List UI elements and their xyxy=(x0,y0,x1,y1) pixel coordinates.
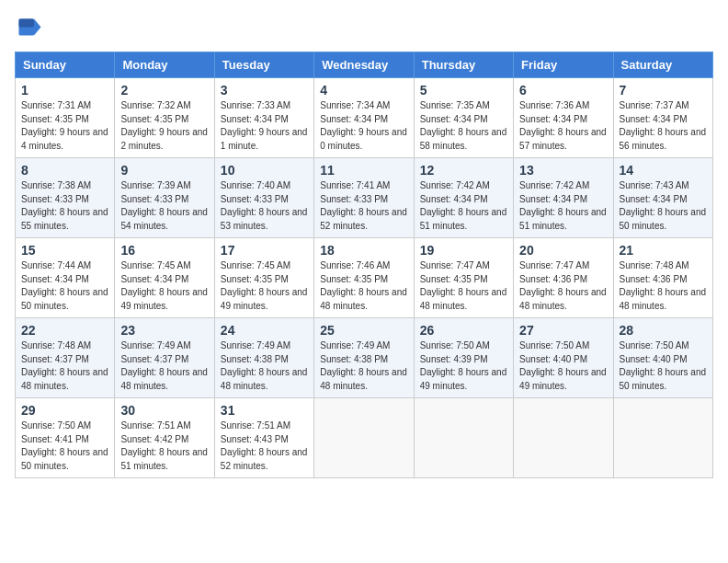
day-info: Sunrise: 7:43 AMSunset: 4:34 PMDaylight:… xyxy=(620,179,707,233)
day-number: 28 xyxy=(620,323,707,338)
calendar-cell: 11Sunrise: 7:41 AMSunset: 4:33 PMDayligh… xyxy=(314,158,414,238)
calendar-cell: 21Sunrise: 7:48 AMSunset: 4:36 PMDayligh… xyxy=(613,238,712,318)
calendar-cell: 10Sunrise: 7:40 AMSunset: 4:33 PMDayligh… xyxy=(214,158,313,238)
day-number: 27 xyxy=(519,323,607,338)
logo xyxy=(15,15,46,42)
day-info: Sunrise: 7:42 AMSunset: 4:34 PMDaylight:… xyxy=(519,179,607,233)
day-number: 5 xyxy=(420,83,507,98)
calendar-cell: 5Sunrise: 7:35 AMSunset: 4:34 PMDaylight… xyxy=(414,78,513,158)
calendar-cell xyxy=(414,398,513,478)
day-number: 29 xyxy=(21,403,108,418)
calendar-cell: 18Sunrise: 7:46 AMSunset: 4:35 PMDayligh… xyxy=(314,238,414,318)
calendar-cell xyxy=(613,398,712,478)
svg-rect-2 xyxy=(19,19,35,28)
calendar-cell: 20Sunrise: 7:47 AMSunset: 4:36 PMDayligh… xyxy=(514,238,613,318)
calendar-cell: 16Sunrise: 7:45 AMSunset: 4:34 PMDayligh… xyxy=(115,238,214,318)
day-info: Sunrise: 7:51 AMSunset: 4:43 PMDaylight:… xyxy=(221,419,308,473)
calendar-cell: 22Sunrise: 7:48 AMSunset: 4:37 PMDayligh… xyxy=(16,318,115,398)
day-info: Sunrise: 7:49 AMSunset: 4:37 PMDaylight:… xyxy=(120,339,208,393)
day-info: Sunrise: 7:50 AMSunset: 4:40 PMDaylight:… xyxy=(620,339,707,393)
weekday-header: Friday xyxy=(514,52,613,78)
day-number: 11 xyxy=(320,163,407,178)
day-info: Sunrise: 7:41 AMSunset: 4:33 PMDaylight:… xyxy=(320,179,407,233)
calendar-cell: 30Sunrise: 7:51 AMSunset: 4:42 PMDayligh… xyxy=(115,398,214,478)
day-number: 25 xyxy=(320,323,407,338)
weekday-header: Saturday xyxy=(613,52,712,78)
day-info: Sunrise: 7:51 AMSunset: 4:42 PMDaylight:… xyxy=(120,419,208,473)
day-number: 13 xyxy=(519,163,607,178)
calendar-week-row: 15Sunrise: 7:44 AMSunset: 4:34 PMDayligh… xyxy=(16,238,713,318)
calendar-cell: 9Sunrise: 7:39 AMSunset: 4:33 PMDaylight… xyxy=(115,158,214,238)
calendar-cell: 26Sunrise: 7:50 AMSunset: 4:39 PMDayligh… xyxy=(414,318,513,398)
calendar-week-row: 1Sunrise: 7:31 AMSunset: 4:35 PMDaylight… xyxy=(16,78,713,158)
calendar-cell: 17Sunrise: 7:45 AMSunset: 4:35 PMDayligh… xyxy=(214,238,313,318)
day-info: Sunrise: 7:40 AMSunset: 4:33 PMDaylight:… xyxy=(221,179,308,233)
day-info: Sunrise: 7:42 AMSunset: 4:34 PMDaylight:… xyxy=(420,179,507,233)
calendar-cell: 29Sunrise: 7:50 AMSunset: 4:41 PMDayligh… xyxy=(16,398,115,478)
calendar-table: SundayMondayTuesdayWednesdayThursdayFrid… xyxy=(15,52,713,478)
day-info: Sunrise: 7:34 AMSunset: 4:34 PMDaylight:… xyxy=(320,99,407,153)
calendar-cell: 13Sunrise: 7:42 AMSunset: 4:34 PMDayligh… xyxy=(514,158,613,238)
day-number: 1 xyxy=(21,83,108,98)
day-number: 18 xyxy=(320,243,407,258)
calendar-cell: 24Sunrise: 7:49 AMSunset: 4:38 PMDayligh… xyxy=(214,318,313,398)
day-info: Sunrise: 7:32 AMSunset: 4:35 PMDaylight:… xyxy=(120,99,208,153)
day-info: Sunrise: 7:46 AMSunset: 4:35 PMDaylight:… xyxy=(320,259,407,313)
day-number: 20 xyxy=(519,243,607,258)
day-number: 19 xyxy=(420,243,507,258)
day-number: 17 xyxy=(221,243,308,258)
page-header xyxy=(15,15,713,42)
day-number: 10 xyxy=(221,163,308,178)
day-number: 8 xyxy=(21,163,108,178)
calendar-header-row: SundayMondayTuesdayWednesdayThursdayFrid… xyxy=(16,52,713,78)
calendar-cell xyxy=(314,398,414,478)
day-number: 30 xyxy=(120,403,208,418)
day-info: Sunrise: 7:31 AMSunset: 4:35 PMDaylight:… xyxy=(21,99,108,153)
day-number: 14 xyxy=(620,163,707,178)
day-number: 6 xyxy=(519,83,607,98)
day-number: 16 xyxy=(120,243,208,258)
day-info: Sunrise: 7:45 AMSunset: 4:35 PMDaylight:… xyxy=(221,259,308,313)
calendar-cell: 15Sunrise: 7:44 AMSunset: 4:34 PMDayligh… xyxy=(16,238,115,318)
day-info: Sunrise: 7:50 AMSunset: 4:40 PMDaylight:… xyxy=(519,339,607,393)
day-number: 26 xyxy=(420,323,507,338)
day-number: 23 xyxy=(120,323,208,338)
day-info: Sunrise: 7:36 AMSunset: 4:34 PMDaylight:… xyxy=(519,99,607,153)
day-number: 12 xyxy=(420,163,507,178)
day-info: Sunrise: 7:33 AMSunset: 4:34 PMDaylight:… xyxy=(221,99,308,153)
day-number: 4 xyxy=(320,83,407,98)
day-info: Sunrise: 7:37 AMSunset: 4:34 PMDaylight:… xyxy=(620,99,707,153)
calendar-cell: 4Sunrise: 7:34 AMSunset: 4:34 PMDaylight… xyxy=(314,78,414,158)
calendar-cell: 8Sunrise: 7:38 AMSunset: 4:33 PMDaylight… xyxy=(16,158,115,238)
day-number: 21 xyxy=(620,243,707,258)
day-info: Sunrise: 7:50 AMSunset: 4:41 PMDaylight:… xyxy=(21,419,108,473)
day-info: Sunrise: 7:50 AMSunset: 4:39 PMDaylight:… xyxy=(420,339,507,393)
weekday-header: Tuesday xyxy=(214,52,313,78)
calendar-week-row: 22Sunrise: 7:48 AMSunset: 4:37 PMDayligh… xyxy=(16,318,713,398)
calendar-cell: 31Sunrise: 7:51 AMSunset: 4:43 PMDayligh… xyxy=(214,398,313,478)
day-info: Sunrise: 7:38 AMSunset: 4:33 PMDaylight:… xyxy=(21,179,108,233)
day-number: 7 xyxy=(620,83,707,98)
calendar-cell xyxy=(514,398,613,478)
calendar-cell: 23Sunrise: 7:49 AMSunset: 4:37 PMDayligh… xyxy=(115,318,214,398)
calendar-cell: 6Sunrise: 7:36 AMSunset: 4:34 PMDaylight… xyxy=(514,78,613,158)
day-info: Sunrise: 7:45 AMSunset: 4:34 PMDaylight:… xyxy=(120,259,208,313)
logo-icon xyxy=(15,15,42,42)
day-number: 24 xyxy=(221,323,308,338)
day-info: Sunrise: 7:48 AMSunset: 4:36 PMDaylight:… xyxy=(620,259,707,313)
calendar-cell: 1Sunrise: 7:31 AMSunset: 4:35 PMDaylight… xyxy=(16,78,115,158)
calendar-week-row: 8Sunrise: 7:38 AMSunset: 4:33 PMDaylight… xyxy=(16,158,713,238)
svg-marker-0 xyxy=(34,19,41,36)
day-info: Sunrise: 7:48 AMSunset: 4:37 PMDaylight:… xyxy=(21,339,108,393)
day-number: 3 xyxy=(221,83,308,98)
weekday-header: Monday xyxy=(115,52,214,78)
calendar-body: 1Sunrise: 7:31 AMSunset: 4:35 PMDaylight… xyxy=(16,78,713,478)
day-number: 9 xyxy=(120,163,208,178)
weekday-header: Sunday xyxy=(16,52,115,78)
day-number: 22 xyxy=(21,323,108,338)
calendar-cell: 28Sunrise: 7:50 AMSunset: 4:40 PMDayligh… xyxy=(613,318,712,398)
weekday-header: Thursday xyxy=(414,52,513,78)
day-number: 2 xyxy=(120,83,208,98)
calendar-cell: 19Sunrise: 7:47 AMSunset: 4:35 PMDayligh… xyxy=(414,238,513,318)
day-info: Sunrise: 7:47 AMSunset: 4:35 PMDaylight:… xyxy=(420,259,507,313)
